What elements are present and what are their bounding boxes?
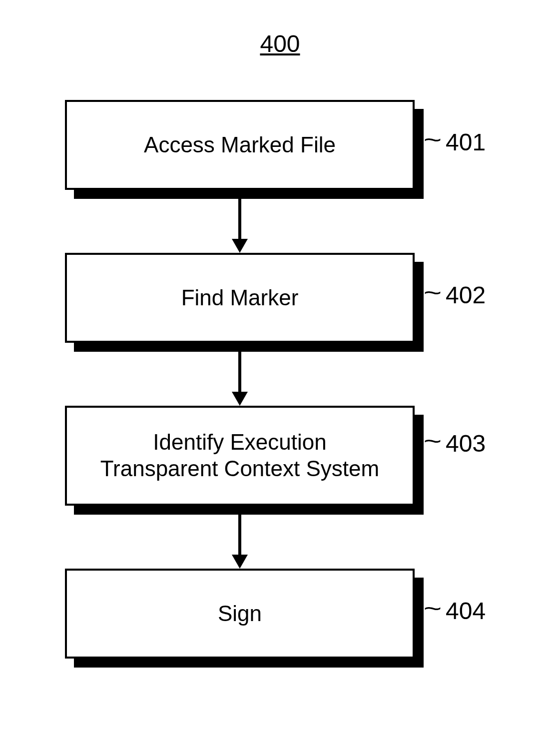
- node-box: Sign: [65, 569, 415, 659]
- node-text: Identify Execution Transparent Context S…: [100, 429, 379, 482]
- ref-label-404: 404: [446, 597, 486, 625]
- node-text: Sign: [218, 601, 262, 627]
- node-text: Find Marker: [181, 285, 299, 311]
- ref-label-403: 403: [446, 430, 486, 457]
- node-box: Access Marked File: [65, 100, 415, 190]
- arrow-head: [232, 555, 248, 569]
- arrow-head: [232, 239, 248, 253]
- flowchart-canvas: 400 Access Marked File ~ 401 Find Marker…: [0, 0, 560, 729]
- ref-tilde: ~: [424, 126, 442, 153]
- ref-label-402: 402: [446, 281, 486, 309]
- node-text: Access Marked File: [144, 132, 336, 158]
- arrow: [238, 199, 241, 241]
- ref-tilde: ~: [424, 279, 442, 306]
- ref-tilde: ~: [424, 427, 442, 455]
- flow-node-access-marked-file: Access Marked File: [65, 100, 415, 190]
- figure-number: 400: [0, 30, 560, 57]
- flow-node-identify-execution: Identify Execution Transparent Context S…: [65, 406, 415, 506]
- arrow-head: [232, 392, 248, 406]
- node-box: Find Marker: [65, 253, 415, 343]
- flow-node-sign: Sign: [65, 569, 415, 659]
- arrow: [238, 352, 241, 394]
- ref-tilde: ~: [424, 595, 442, 622]
- node-box: Identify Execution Transparent Context S…: [65, 406, 415, 506]
- flow-node-find-marker: Find Marker: [65, 253, 415, 343]
- arrow: [238, 515, 241, 557]
- ref-label-401: 401: [446, 128, 486, 156]
